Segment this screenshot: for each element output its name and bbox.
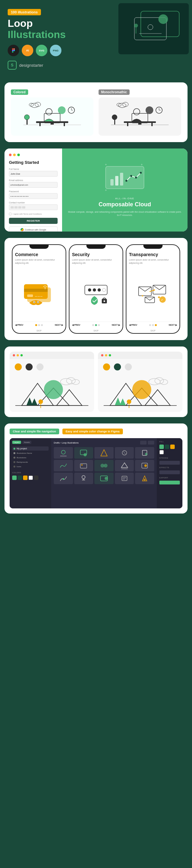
swatch-orange[interactable] — [23, 475, 28, 480]
prev-button-security[interactable]: ◀ PREV — [72, 324, 80, 327]
phone-frame-commerce: Commerce Lorem ipsum dolor sit amet, con… — [12, 244, 66, 334]
figma-thumb-13[interactable] — [94, 473, 114, 484]
mono-col: Monochromathic — [99, 89, 181, 136]
landscape-section — [4, 346, 188, 417]
svg-marker-105 — [101, 450, 107, 456]
nav-dots-security — [92, 324, 100, 326]
figma-thumb-15[interactable] — [135, 473, 154, 484]
svg-rect-33 — [138, 123, 141, 125]
swatch-white[interactable] — [28, 475, 33, 480]
next-button-security[interactable]: NEXT ▶ — [112, 324, 120, 327]
form-field-email: Email address johndoe@gmail.com — [9, 179, 58, 188]
svg-point-113 — [104, 464, 108, 468]
nav-item-dot-4 — [13, 466, 16, 468]
figma-thumb-7[interactable] — [74, 460, 93, 471]
google-button[interactable]: Continue with Google — [9, 226, 58, 231]
svg-point-104 — [84, 453, 87, 456]
prev-button-transparency[interactable]: ◀ PREV — [129, 324, 137, 327]
figma-canvas: Drafts › Loop Illustrations — [51, 438, 157, 508]
figma-nav-illus-name[interactable]: Illustrations Name — [12, 451, 49, 455]
figma-right-panel: FILL STROKE EFFECTS EXPORT — [157, 438, 183, 508]
swatch-black[interactable] — [34, 475, 38, 480]
figma-thumb-1[interactable] — [54, 447, 73, 459]
win-dot-green-2 — [109, 354, 111, 356]
figma-zoom-ctrl[interactable] — [140, 441, 146, 444]
terms-text: I agree with Terms and Conditions — [13, 213, 42, 215]
figma-view-ctrl[interactable] — [148, 441, 154, 444]
figma-thumb-8[interactable] — [94, 460, 114, 471]
phone-notch-transparency — [143, 245, 163, 249]
svg-point-99 — [155, 378, 164, 384]
svg-point-34 — [133, 108, 140, 115]
figma-thumb-4[interactable] — [115, 447, 134, 459]
phone-heading-transparency: Transparency — [129, 252, 177, 257]
right-swatch-3[interactable] — [170, 444, 175, 449]
figma-nav-illus[interactable]: Illustrations — [12, 456, 49, 460]
name-input-display: John Doe — [9, 171, 58, 177]
composable-inner: Getting Started Full Name John Doe Email… — [4, 149, 188, 231]
security-illustration — [72, 267, 120, 319]
figma-tab-layers[interactable]: Layers — [12, 441, 21, 444]
figma-nav-icons[interactable]: Icons — [12, 465, 49, 468]
ai-format-badge: Ai — [22, 45, 33, 56]
figma-thumb-11[interactable] — [54, 473, 73, 484]
nav-dot-3 — [98, 324, 100, 326]
figma-breadcrumb: Drafts › Loop Illustrations — [54, 442, 79, 444]
figma-section: Clear and simple file navigation Easy an… — [4, 424, 188, 514]
prev-button-commerce[interactable]: ◀ PREV — [15, 324, 23, 327]
ls-dots-row-1 — [9, 359, 94, 374]
phone-nav-transparency: ◀ PREV NEXT ▶ — [127, 321, 180, 328]
colored-illustration — [11, 97, 93, 136]
skip-commerce[interactable]: SKIP — [12, 328, 65, 333]
svg-rect-45 — [110, 179, 114, 186]
figma-thumb-12[interactable] — [74, 473, 93, 484]
next-button-commerce[interactable]: NEXT ▶ — [55, 324, 63, 327]
svg-point-35 — [145, 106, 153, 114]
figma-thumb-3[interactable] — [94, 447, 114, 459]
password-input-display: •••••••••••• — [9, 193, 58, 199]
figma-thumb-10[interactable] — [135, 460, 154, 471]
nav-dot-2 — [152, 324, 154, 326]
figma-thumb-14[interactable] — [115, 473, 134, 484]
figma-label-color: Easy and simple color change in Figma — [62, 429, 123, 434]
svg-marker-84 — [31, 399, 38, 406]
figma-thumb-9[interactable] — [115, 460, 134, 471]
next-button-transparency[interactable]: NEXT ▶ — [169, 324, 177, 327]
svg-point-42 — [122, 102, 128, 107]
swatch-green[interactable] — [12, 475, 17, 480]
composable-section: Getting Started Full Name John Doe Email… — [4, 149, 188, 231]
brand-name: designstarter — [19, 63, 43, 68]
svg-rect-58 — [27, 294, 33, 297]
phone-heading-security: Security — [72, 252, 120, 257]
swatch-dark[interactable] — [18, 475, 22, 480]
effects-control[interactable] — [159, 470, 180, 474]
svg-point-51 — [140, 172, 142, 174]
svg-rect-2 — [12, 50, 14, 52]
right-swatch-2[interactable] — [165, 444, 169, 449]
figma-nav-backgrounds[interactable]: Backgrounds — [12, 460, 49, 464]
nav-item-dot — [13, 452, 16, 454]
nav-dot-3 — [41, 324, 43, 326]
figma-thumb-2[interactable] — [74, 447, 93, 459]
figma-tab-assets[interactable]: Assets — [22, 441, 31, 444]
svg-point-37 — [112, 115, 117, 120]
skip-transparency[interactable]: SKIP — [127, 328, 180, 333]
terms-checkbox[interactable] — [9, 213, 11, 215]
right-swatch-4[interactable] — [159, 450, 164, 455]
skip-security[interactable]: SKIP — [70, 328, 122, 333]
figma-thumb-5[interactable] — [135, 447, 154, 459]
export-button[interactable] — [159, 480, 180, 485]
dot-empty-1 — [36, 364, 44, 370]
figma-thumb-6[interactable] — [54, 460, 73, 471]
right-swatch-1[interactable] — [159, 444, 164, 449]
phone-security: Security Lorem ipsum dolor sit amet, con… — [69, 244, 123, 334]
figma-tab-row: Layers Assets — [12, 441, 49, 444]
svg-rect-30 — [127, 123, 128, 126]
svg-format-badge: SVG — [36, 45, 47, 56]
nav-dot-3 — [155, 324, 157, 326]
register-button[interactable]: REGISTER — [9, 218, 58, 224]
stroke-control[interactable] — [159, 461, 180, 465]
svg-point-88 — [66, 378, 76, 384]
figma-nav-myproject[interactable]: My project — [12, 446, 49, 451]
composable-desc: Module compute, storage, and networking … — [67, 211, 183, 217]
